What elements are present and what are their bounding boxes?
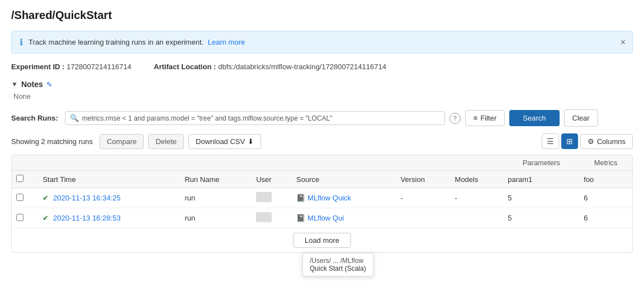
filter-icon: ≡ bbox=[473, 114, 478, 122]
showing-text: Showing 2 matching runs bbox=[11, 137, 93, 146]
columns-button[interactable]: ⚙ Columns bbox=[580, 134, 633, 149]
row-models bbox=[451, 208, 504, 228]
compare-button[interactable]: Compare bbox=[100, 134, 144, 149]
table-row: ✔ 2020-11-13 16:34:25 run 📓 MLflow Quick… bbox=[12, 188, 632, 208]
notes-title: Notes bbox=[21, 80, 43, 89]
search-input-icon: 🔍 bbox=[70, 114, 79, 122]
info-icon: ℹ bbox=[20, 37, 23, 47]
col-header-models[interactable]: Models bbox=[451, 171, 504, 188]
group-header-row: Parameters Metrics bbox=[12, 155, 632, 171]
user-avatar bbox=[256, 192, 272, 202]
row-checkbox-cell bbox=[12, 208, 38, 228]
success-icon: ✔ bbox=[42, 214, 49, 222]
page-title: /Shared/QuickStart bbox=[11, 9, 633, 22]
table-row: ✔ 2020-11-13 16:28:53 run 📓 MLflow Qui bbox=[12, 208, 632, 228]
row-source: 📓 MLflow Quick bbox=[292, 188, 396, 208]
source-link[interactable]: 📓 MLflow Quick bbox=[296, 194, 391, 202]
info-banner: ℹ Track machine learning training runs i… bbox=[11, 31, 633, 54]
row-version bbox=[396, 208, 451, 228]
group-header-empty bbox=[12, 155, 503, 171]
clear-button[interactable]: Clear bbox=[564, 109, 598, 127]
experiment-id-item: Experiment ID : 1728007214116714 bbox=[11, 63, 131, 71]
download-csv-button[interactable]: Download CSV ⬇ bbox=[188, 134, 261, 149]
notes-edit-icon[interactable]: ✎ bbox=[46, 80, 53, 89]
experiment-id-label: Experiment ID : bbox=[11, 63, 64, 71]
col-header-run-name[interactable]: Run Name bbox=[180, 171, 252, 188]
notes-section: ▼ Notes ✎ None bbox=[11, 80, 633, 100]
search-runs-row: Search Runs: 🔍 ? ≡ Filter Search Clear bbox=[11, 109, 633, 127]
row-foo: 6 bbox=[579, 208, 632, 228]
row-checkbox[interactable] bbox=[16, 194, 23, 201]
search-input[interactable] bbox=[82, 114, 440, 122]
col-header-param1[interactable]: param1 bbox=[503, 171, 579, 188]
artifact-location-label: Artifact Location : bbox=[154, 63, 216, 71]
col-header-row: Start Time Run Name User Source Version … bbox=[12, 171, 632, 188]
row-param1: 5 bbox=[503, 188, 579, 208]
runs-table-wrapper: Parameters Metrics Start Time Run Name U… bbox=[11, 155, 633, 253]
search-input-container: 🔍 bbox=[65, 111, 445, 125]
delete-button[interactable]: Delete bbox=[148, 134, 184, 149]
group-header-metrics: Metrics bbox=[579, 155, 632, 171]
settings-icon: ⚙ bbox=[588, 137, 594, 146]
notebook-icon: 📓 bbox=[296, 194, 305, 202]
col-header-start-time[interactable]: Start Time bbox=[38, 171, 180, 188]
group-header-parameters: Parameters bbox=[503, 155, 579, 171]
list-view-icon: ☰ bbox=[547, 137, 554, 146]
row-source: 📓 MLflow Qui bbox=[292, 208, 396, 228]
banner-text: Track machine learning training runs in … bbox=[29, 38, 245, 46]
select-all-checkbox[interactable] bbox=[16, 175, 23, 182]
runs-table: Parameters Metrics Start Time Run Name U… bbox=[12, 155, 632, 252]
notebook-icon: 📓 bbox=[296, 214, 305, 222]
notes-toggle[interactable]: ▼ bbox=[11, 80, 18, 88]
col-header-version[interactable]: Version bbox=[396, 171, 451, 188]
list-view-button[interactable]: ☰ bbox=[542, 133, 559, 149]
run-time-link[interactable]: 2020-11-13 16:34:25 bbox=[53, 194, 121, 202]
runs-actions-row: Showing 2 matching runs Compare Delete D… bbox=[11, 133, 633, 149]
tooltip-ellipsis: ... bbox=[333, 257, 338, 265]
search-button[interactable]: Search bbox=[509, 110, 559, 126]
col-header-user[interactable]: User bbox=[252, 171, 292, 188]
row-run-name: run bbox=[180, 208, 252, 228]
tooltip-path-line: /Users/ ... /MLflow bbox=[310, 257, 366, 265]
view-controls: ☰ ⊞ ⚙ Columns bbox=[542, 133, 633, 149]
filter-button[interactable]: ≡ Filter bbox=[465, 110, 505, 126]
download-icon: ⬇ bbox=[248, 137, 254, 146]
row-start-time: ✔ 2020-11-13 16:28:53 bbox=[38, 208, 180, 228]
row-user bbox=[252, 188, 292, 208]
artifact-location-item: Artifact Location : dbfs:/databricks/mlf… bbox=[154, 63, 386, 71]
meta-row: Experiment ID : 1728007214116714 Artifac… bbox=[11, 63, 633, 71]
tooltip-popup: /Users/ ... /MLflow Quick Start (Scala) bbox=[302, 253, 373, 276]
artifact-location-value: dbfs:/databricks/mlflow-tracking/1728007… bbox=[218, 63, 386, 71]
row-foo: 6 bbox=[579, 188, 632, 208]
row-checkbox[interactable] bbox=[16, 214, 23, 221]
row-models: - bbox=[451, 188, 504, 208]
load-more-button[interactable]: Load more bbox=[293, 233, 351, 248]
col-header-foo[interactable]: foo bbox=[579, 171, 632, 188]
page-container: /Shared/QuickStart ℹ Track machine learn… bbox=[0, 0, 644, 262]
notes-content: None bbox=[11, 92, 633, 100]
row-start-time: ✔ 2020-11-13 16:34:25 bbox=[38, 188, 180, 208]
grid-view-button[interactable]: ⊞ bbox=[561, 133, 578, 149]
grid-view-icon: ⊞ bbox=[566, 137, 573, 146]
learn-more-link[interactable]: Learn more bbox=[208, 38, 245, 46]
source-link[interactable]: 📓 MLflow Qui bbox=[296, 214, 391, 222]
load-more-row: Load more bbox=[12, 228, 632, 253]
col-header-checkbox bbox=[12, 171, 38, 188]
row-user bbox=[252, 208, 292, 228]
col-header-source[interactable]: Source bbox=[292, 171, 396, 188]
experiment-id-value: 1728007214116714 bbox=[67, 63, 131, 71]
row-param1: 5 bbox=[503, 208, 579, 228]
run-time-link[interactable]: 2020-11-13 16:28:53 bbox=[53, 214, 121, 222]
banner-close-button[interactable]: × bbox=[621, 38, 626, 47]
help-icon[interactable]: ? bbox=[449, 113, 461, 124]
row-run-name: run bbox=[180, 188, 252, 208]
load-more-cell: Load more bbox=[12, 228, 632, 253]
tooltip-path: /Users/ bbox=[310, 257, 331, 265]
notes-header: ▼ Notes ✎ bbox=[11, 80, 633, 89]
search-runs-label: Search Runs: bbox=[11, 114, 58, 122]
success-icon: ✔ bbox=[42, 194, 49, 202]
row-version: - bbox=[396, 188, 451, 208]
tooltip-name: Quick Start (Scala) bbox=[310, 265, 366, 272]
row-checkbox-cell bbox=[12, 188, 38, 208]
user-avatar bbox=[256, 212, 272, 222]
